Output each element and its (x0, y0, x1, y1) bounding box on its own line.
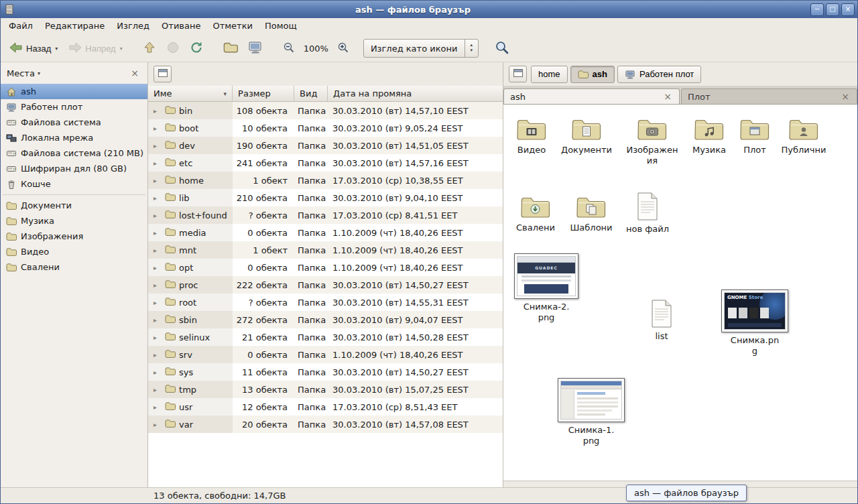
icon-view-item[interactable]: Документи (560, 117, 613, 155)
file-row[interactable]: ▸ srv 0 обекта Папка 1.10.2009 (чт) 18,4… (148, 346, 503, 363)
menu-item[interactable]: Изглед (111, 18, 156, 35)
maximize-button[interactable]: □ (826, 3, 839, 16)
icon-view-item[interactable]: Свалени (509, 194, 562, 233)
sidebar-item[interactable]: Видео (1, 244, 147, 259)
sidebar-item[interactable]: Файлова система (1, 115, 147, 130)
icon-view[interactable]: Видео Документи Изображения Музи (503, 105, 857, 481)
sidebar-item[interactable]: Свалени (1, 259, 147, 275)
icon-view-item[interactable]: GNOME Store Снимка.png (717, 290, 792, 357)
tab[interactable]: Плот × (681, 88, 857, 104)
back-button[interactable]: Назад ▾ (5, 38, 62, 59)
file-row[interactable]: ▸ sys 11 обекта Папка 30.03.2010 (вт) 14… (148, 363, 503, 381)
column-header-size[interactable]: Размер (233, 86, 294, 101)
view-mode-spinner-icon[interactable]: ▴▾ (465, 40, 478, 57)
file-row[interactable]: ▸ dev 190 обекта Папка 30.03.2010 (вт) 1… (148, 137, 503, 154)
file-row[interactable]: ▸ tmp 13 обекта Папка 30.03.2010 (вт) 15… (148, 381, 503, 398)
expander-icon[interactable]: ▸ (154, 421, 162, 428)
pane-location-toggle-button[interactable] (154, 66, 172, 82)
expander-icon[interactable]: ▸ (154, 386, 162, 393)
menu-item[interactable]: Помощ (259, 18, 303, 35)
menu-item[interactable]: Редактиране (39, 18, 111, 35)
sidebar-item[interactable]: Кошче (1, 176, 147, 192)
icon-view-item[interactable]: Шаблони (564, 194, 618, 233)
icon-view-item[interactable]: Видео (505, 117, 558, 155)
file-row[interactable]: ▸ mnt 1 обект Папка 1.10.2009 (чт) 18,40… (148, 241, 503, 259)
up-button[interactable] (139, 38, 160, 59)
close-button[interactable]: × (841, 3, 855, 16)
icon-view-item[interactable]: Плот (728, 117, 782, 155)
back-dropdown-icon[interactable]: ▾ (55, 46, 58, 52)
sidebar-item[interactable]: Музика (1, 213, 147, 229)
expander-icon[interactable]: ▸ (154, 264, 162, 271)
file-row[interactable]: ▸ sbin 272 обекта Папка 30.03.2010 (вт) … (148, 311, 503, 328)
pane-location-toggle-button[interactable] (509, 66, 527, 82)
icon-view-item[interactable]: Снимка-1.png (554, 378, 629, 447)
icon-view-item[interactable]: list (635, 299, 688, 342)
sidebar-item[interactable]: Работен плот (1, 99, 147, 115)
expander-icon[interactable]: ▸ (154, 403, 162, 411)
menu-item[interactable]: Отметки (206, 18, 258, 35)
icon-view-item[interactable]: Публични (777, 117, 831, 155)
expander-icon[interactable]: ▸ (154, 281, 162, 289)
sidebar-item[interactable]: Шифриран дял (80 GB) (1, 161, 147, 176)
forward-button[interactable]: Напред ▾ (64, 38, 126, 59)
expander-icon[interactable]: ▸ (154, 212, 162, 219)
file-row[interactable]: ▸ usr 12 обекта Папка 17.03.2010 (ср) 8,… (148, 398, 503, 416)
sidebar-item[interactable]: Локална мрежа (1, 130, 147, 145)
view-mode-select[interactable]: Изглед като икони ▴▾ (363, 39, 479, 58)
file-row[interactable]: ▸ root ? обекта Папка 30.03.2010 (вт) 14… (148, 294, 503, 311)
menu-item[interactable]: Отиване (156, 18, 206, 35)
expander-icon[interactable]: ▸ (154, 229, 162, 237)
file-row[interactable]: ▸ lib 210 обекта Папка 30.03.2010 (вт) 9… (148, 189, 503, 206)
breadcrumb-button[interactable]: ash (570, 66, 615, 83)
file-row[interactable]: ▸ opt 0 обекта Папка 1.10.2009 (чт) 18,4… (148, 259, 503, 276)
file-row[interactable]: ▸ home 1 обект Папка 17.03.2010 (ср) 10,… (148, 172, 503, 189)
column-header-type[interactable]: Вид (294, 86, 328, 101)
computer-button[interactable] (244, 38, 267, 59)
search-button[interactable] (491, 38, 513, 59)
expander-icon[interactable]: ▸ (154, 194, 162, 202)
sidebar-close-icon[interactable]: × (128, 68, 141, 78)
column-header-name[interactable]: Име ▾ (148, 86, 233, 101)
sidebar-item[interactable]: ash (1, 84, 147, 99)
expander-icon[interactable]: ▸ (154, 247, 162, 254)
file-row[interactable]: ▸ etc 241 обекта Папка 30.03.2010 (вт) 1… (148, 154, 503, 172)
expander-icon[interactable]: ▸ (154, 125, 162, 132)
expander-icon[interactable]: ▸ (154, 177, 162, 184)
file-row[interactable]: ▸ selinux 21 обекта Папка 30.03.2010 (вт… (148, 328, 503, 346)
icon-view-item[interactable]: Изображения (625, 117, 679, 167)
expander-icon[interactable]: ▸ (154, 107, 162, 115)
tab-close-icon[interactable]: × (840, 91, 851, 102)
sidebar-item[interactable]: Документи (1, 198, 147, 213)
expander-icon[interactable]: ▸ (154, 142, 162, 149)
home-button[interactable] (219, 38, 242, 59)
breadcrumb-button[interactable]: home (531, 66, 568, 83)
zoom-out-button[interactable] (279, 38, 299, 59)
expander-icon[interactable]: ▸ (154, 160, 162, 167)
tab-close-icon[interactable]: × (662, 91, 673, 102)
minimize-button[interactable]: − (810, 3, 824, 16)
forward-dropdown-icon[interactable]: ▾ (120, 46, 123, 52)
menu-item[interactable]: Файл (3, 18, 39, 35)
expander-icon[interactable]: ▸ (154, 351, 162, 359)
file-row[interactable]: ▸ lost+found ? обекта Папка 17.03.2010 (… (148, 206, 503, 224)
expander-icon[interactable]: ▸ (154, 299, 162, 306)
sidebar-item[interactable]: Изображения (1, 229, 147, 244)
tab[interactable]: ash × (503, 88, 680, 104)
file-row[interactable]: ▸ boot 10 обекта Папка 30.03.2010 (вт) 9… (148, 119, 503, 137)
column-header-date[interactable]: Дата на промяна (328, 86, 503, 101)
file-row[interactable]: ▸ media 0 обекта Папка 1.10.2009 (чт) 18… (148, 224, 503, 241)
file-row[interactable]: ▸ bin 108 обекта Папка 30.03.2010 (вт) 1… (148, 102, 503, 119)
expander-icon[interactable]: ▸ (154, 316, 162, 324)
file-row[interactable]: ▸ proc 222 обекта Папка 30.03.2010 (вт) … (148, 276, 503, 294)
sidebar-dropdown-icon[interactable]: ▾ (38, 70, 40, 76)
titlebar[interactable]: ash — файлов браузър − □ × (1, 1, 857, 18)
zoom-in-button[interactable] (333, 38, 353, 59)
file-row[interactable]: ▸ var 20 обекта Папка 30.03.2010 (вт) 14… (148, 416, 503, 433)
reload-button[interactable] (186, 38, 207, 59)
expander-icon[interactable]: ▸ (154, 369, 162, 376)
breadcrumb-button[interactable]: Работен плот (617, 66, 701, 83)
icon-view-item[interactable]: нов файл (621, 192, 674, 235)
icon-view-item[interactable]: GUADEC Снимка-2.png (509, 253, 584, 324)
sidebar-item[interactable]: Файлова система (210 MB) (1, 145, 147, 161)
